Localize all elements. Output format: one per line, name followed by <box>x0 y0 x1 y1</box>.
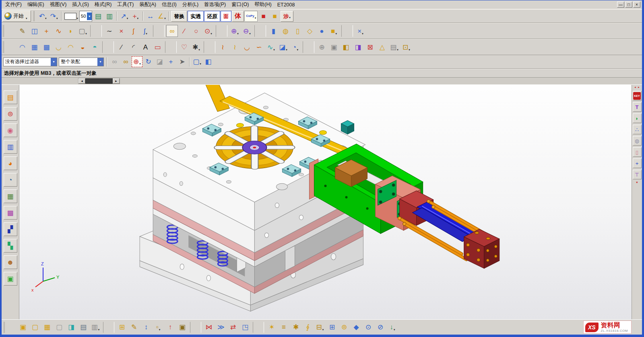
trim-curve-icon[interactable]: ≀ <box>217 41 229 53</box>
datum-plane-icon[interactable]: ◫ <box>29 25 40 37</box>
object-color-swatch[interactable]: ▾ <box>64 11 79 22</box>
rectangle-icon[interactable]: ▭ <box>152 41 163 53</box>
tracking-icon[interactable]: ◉ <box>4 123 17 137</box>
cylinder-icon[interactable]: ▯ <box>292 25 303 37</box>
part-navigator-icon[interactable]: ▥ <box>4 140 17 154</box>
point-set-icon[interactable]: ✱▾ <box>190 41 202 53</box>
chevron-down-icon[interactable]: ▼ <box>51 58 57 66</box>
scrollbar-thumb[interactable] <box>85 78 113 84</box>
menu-view[interactable]: 视图(V) <box>47 0 70 9</box>
scroll-left-button[interactable]: ◄ <box>78 78 85 84</box>
unite-icon[interactable]: ⊕▾ <box>229 25 241 37</box>
new-component-icon[interactable]: ▢ <box>29 322 41 333</box>
restore-window-button[interactable]: □ <box>625 2 632 8</box>
arrangements-icon[interactable]: ≡ <box>278 322 289 333</box>
menu-et2008[interactable]: ET2008 <box>275 1 298 8</box>
capsule-icon[interactable]: ◗ <box>633 113 642 123</box>
eraser-icon[interactable]: ◪ <box>154 56 165 67</box>
line2-icon[interactable]: ∕ <box>116 41 127 53</box>
studio-spline-icon[interactable]: ∼ <box>103 25 115 37</box>
promote-body-icon[interactable]: ↑ <box>165 322 176 333</box>
add-to-assembly-icon[interactable]: ⊞ <box>116 322 128 333</box>
explode-view-icon[interactable]: ✶ <box>266 322 277 333</box>
drag-hand-icon[interactable]: ➤ <box>177 56 188 67</box>
interference-icon[interactable]: ⊘ <box>375 322 386 333</box>
info-icon[interactable]: ⊙ <box>363 322 374 333</box>
menu-edit[interactable]: 编辑(E) <box>25 0 47 9</box>
block-icon[interactable]: ▢▾ <box>77 25 89 37</box>
browser-icon[interactable]: ◕ <box>4 156 17 170</box>
molecule-icon[interactable]: ∴ <box>633 125 642 134</box>
selection-scope-dropdown[interactable]: 整个装配 ▼ <box>59 58 104 66</box>
menu-preferences[interactable]: 首选项(P) <box>201 0 229 9</box>
menu-tools[interactable]: 工具(T) <box>114 0 136 9</box>
layer-category-icon[interactable]: ▥ <box>104 11 115 22</box>
snap-point-icon[interactable]: ⊕▾ <box>132 56 142 67</box>
screw-head-icon[interactable]: ⊤ <box>633 170 642 179</box>
tagged-cube-icon[interactable]: ⊡▾ <box>400 41 412 53</box>
scene-icon[interactable]: ▣ <box>4 272 17 286</box>
circle-icon[interactable]: ○ <box>190 25 202 37</box>
instance-geometry-icon[interactable]: ◨ <box>352 41 364 53</box>
chevron-down-icon[interactable]: ▼ <box>97 58 103 66</box>
clipboard-icon[interactable]: ▤▾ <box>388 41 400 53</box>
edit-curve-icon[interactable]: ∽ <box>253 41 265 53</box>
pair-cubes-icon[interactable]: ⊟▾ <box>314 322 326 333</box>
reference-component-icon[interactable]: ▢ <box>54 322 65 333</box>
constraint-navigator-icon[interactable]: ⊚ <box>4 107 17 121</box>
wcs-orient-icon[interactable]: ⊕ <box>316 41 328 53</box>
sketch-notes-icon[interactable]: ▚ <box>4 239 17 253</box>
menu-file[interactable]: 文件(F) <box>2 0 25 9</box>
smooth-curve-icon[interactable]: ∿▾ <box>265 41 277 53</box>
interpart-link-icon[interactable]: ∞ <box>109 56 120 67</box>
ring-stack-icon[interactable]: ⊚ <box>339 322 350 333</box>
key-icon[interactable]: KEY <box>633 91 642 101</box>
scroll-down-icon[interactable]: ▼ <box>636 181 638 184</box>
line-icon[interactable]: ∕ <box>178 25 190 37</box>
edit-in-place-icon[interactable]: ✎ <box>128 322 140 333</box>
cube-icon[interactable]: ■▾ <box>328 25 340 37</box>
swept-icon[interactable]: ◗ <box>65 25 76 37</box>
scroll-right-button[interactable]: ► <box>113 78 120 84</box>
mini-component-icon[interactable]: ▫▾ <box>153 322 164 333</box>
menu-window[interactable]: 窗口(O) <box>229 0 252 9</box>
measure-angle-icon[interactable]: ∠▾ <box>156 11 167 22</box>
shaded-display-icon[interactable]: ◧ <box>203 56 214 67</box>
blend-surface-icon[interactable]: ◒ <box>77 41 89 53</box>
body-button[interactable]: 体 <box>232 11 244 22</box>
replace-button[interactable]: 替换 <box>171 11 187 22</box>
redo-icon[interactable]: ↷▾ <box>49 11 60 22</box>
assembly-navigator-icon[interactable]: ▤ <box>4 90 17 104</box>
layer-settings-icon[interactable]: ▤ <box>93 11 103 22</box>
snapshot-icon[interactable]: ▤ <box>78 322 89 333</box>
center-of-mass-icon[interactable]: ∮ <box>302 322 314 333</box>
plus-icon[interactable]: + <box>633 158 642 168</box>
mesh-surface-icon[interactable]: ▦ <box>29 41 40 53</box>
roles-icon[interactable]: ☻ <box>4 255 17 269</box>
offset-surface-icon[interactable]: ◓ <box>89 41 101 53</box>
face-button[interactable]: 面 <box>221 11 231 22</box>
rotary-disc[interactable] <box>214 126 295 170</box>
history-icon[interactable]: ◔ <box>4 173 17 187</box>
copy-display-icon[interactable]: CoPy▾ <box>244 11 258 22</box>
curve-mesh-icon[interactable]: ▩ <box>41 41 52 53</box>
sketch-icon[interactable]: ✎ <box>17 25 28 37</box>
project-curve-icon[interactable]: ʃ▾ <box>140 25 151 37</box>
datum-csys-icon[interactable]: + <box>41 25 52 37</box>
cavity-layout-icon[interactable]: ◍ <box>633 136 642 146</box>
menu-information[interactable]: 信息(I) <box>159 0 180 9</box>
red-solid-icon[interactable]: ■ <box>258 11 269 22</box>
selection-filter-dropdown[interactable]: 没有选择过滤器 ▼ <box>3 58 57 66</box>
t-tool-icon[interactable]: T <box>633 102 642 112</box>
fillet-curve-icon[interactable]: ◡ <box>241 41 253 53</box>
corner-view-icon[interactable]: ◳ <box>239 322 251 333</box>
check-fit-icon[interactable]: ◨ <box>66 322 77 333</box>
menu-help[interactable]: 帮助(H) <box>252 0 274 9</box>
pattern-geometry-icon[interactable]: ▣ <box>328 41 340 53</box>
divide-curve-icon[interactable]: ≀ <box>229 41 241 53</box>
wave-linker-icon[interactable]: ▣ <box>177 322 188 333</box>
clearance-icon[interactable]: ◆ <box>351 322 362 333</box>
rectangle-select-icon[interactable]: ▢▾ <box>192 56 202 67</box>
menu-assemblies[interactable]: 装配(A) <box>136 0 159 9</box>
line-width-spinner[interactable]: 50▼ <box>79 11 92 22</box>
